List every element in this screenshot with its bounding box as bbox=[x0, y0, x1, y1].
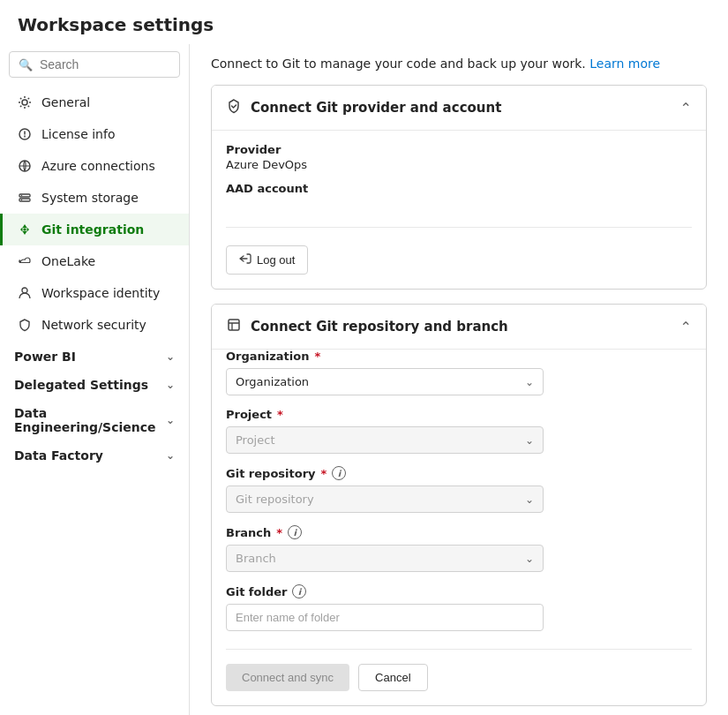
chevron-down-icon: ⌄ bbox=[166, 449, 175, 462]
aad-label: AAD account bbox=[226, 182, 692, 195]
svg-rect-6 bbox=[24, 229, 26, 231]
project-label: Project * bbox=[226, 408, 692, 421]
svg-rect-8 bbox=[229, 320, 239, 330]
card-title-provider: Connect Git provider and account bbox=[251, 100, 501, 116]
svg-point-4 bbox=[21, 195, 22, 196]
sidebar-item-system-storage[interactable]: System storage bbox=[0, 182, 189, 214]
provider-value: Azure DevOps bbox=[226, 158, 692, 171]
info-icon-branch[interactable]: i bbox=[288, 525, 302, 539]
svg-point-5 bbox=[21, 199, 22, 200]
logout-icon bbox=[239, 252, 251, 267]
chevron-down-icon: ⌄ bbox=[166, 414, 175, 426]
sidebar-item-git-integration[interactable]: Git integration bbox=[0, 214, 189, 245]
git-folder-label: Git folder i bbox=[226, 584, 692, 598]
storage-icon bbox=[17, 190, 33, 206]
required-star: * bbox=[277, 408, 283, 421]
chevron-down-icon: ⌄ bbox=[525, 553, 534, 565]
main-content: Connect to Git to manage your code and b… bbox=[190, 44, 728, 715]
git-folder-input[interactable] bbox=[226, 604, 544, 631]
sidebar-item-network-security[interactable]: Network security bbox=[0, 309, 189, 341]
sidebar-item-workspace-identity[interactable]: Workspace identity bbox=[0, 277, 189, 309]
git-repository-card: Connect Git repository and branch ⌃ Orga… bbox=[211, 304, 707, 706]
group-label: Data Engineering/Science bbox=[14, 406, 166, 434]
card-body-provider: Provider Azure DevOps AAD account Log ou… bbox=[212, 130, 706, 289]
search-icon: 🔍 bbox=[19, 58, 33, 72]
license-icon bbox=[17, 126, 33, 142]
sidebar-item-label: Azure connections bbox=[41, 159, 155, 173]
sidebar: 🔍 General License info Azure conne bbox=[0, 44, 190, 715]
required-star: * bbox=[321, 467, 327, 480]
organization-select[interactable]: Organization ⌄ bbox=[226, 368, 544, 395]
git-provider-card: Connect Git provider and account ⌃ Provi… bbox=[211, 85, 707, 290]
group-label: Delegated Settings bbox=[14, 378, 148, 392]
svg-rect-3 bbox=[19, 199, 30, 201]
info-icon-git-folder[interactable]: i bbox=[292, 584, 306, 598]
chevron-up-icon[interactable]: ⌃ bbox=[680, 319, 692, 335]
svg-point-0 bbox=[22, 100, 27, 105]
project-select[interactable]: Project ⌄ bbox=[226, 426, 544, 454]
git-repository-select[interactable]: Git repository ⌄ bbox=[226, 485, 544, 513]
project-row: Project * Project ⌄ bbox=[226, 408, 692, 454]
sidebar-group-data-factory[interactable]: Data Factory ⌄ bbox=[0, 440, 189, 468]
security-icon bbox=[17, 317, 33, 333]
git-repository-row: Git repository * i Git repository ⌄ bbox=[226, 466, 692, 513]
sidebar-item-label: System storage bbox=[41, 191, 139, 205]
connect-sync-button[interactable]: Connect and sync bbox=[226, 664, 349, 691]
sidebar-item-label: OneLake bbox=[41, 254, 95, 268]
git-folder-row: Git folder i bbox=[226, 584, 692, 631]
info-icon-git-repo[interactable]: i bbox=[332, 466, 346, 480]
sidebar-group-power-bi[interactable]: Power BI ⌄ bbox=[0, 341, 189, 369]
git-provider-icon bbox=[226, 98, 242, 117]
sidebar-item-onelake[interactable]: OneLake bbox=[0, 245, 189, 277]
general-icon bbox=[17, 94, 33, 110]
azure-icon bbox=[17, 158, 33, 174]
svg-point-7 bbox=[22, 288, 27, 293]
card-header-repository: Connect Git repository and branch ⌃ bbox=[212, 305, 706, 349]
learn-more-link[interactable]: Learn more bbox=[589, 56, 660, 71]
git-repo-label: Git repository * i bbox=[226, 466, 692, 480]
sidebar-item-general[interactable]: General bbox=[0, 87, 189, 118]
aad-value bbox=[226, 197, 692, 213]
sidebar-item-azure-connections[interactable]: Azure connections bbox=[0, 150, 189, 182]
sidebar-item-label: Workspace identity bbox=[41, 286, 160, 300]
sidebar-item-license-info[interactable]: License info bbox=[0, 118, 189, 150]
provider-label: Provider bbox=[226, 143, 692, 156]
repo-icon bbox=[226, 317, 242, 336]
chevron-up-icon[interactable]: ⌃ bbox=[680, 100, 692, 117]
page-title: Workspace settings bbox=[0, 0, 728, 44]
search-input[interactable] bbox=[40, 57, 170, 72]
onelake-icon bbox=[17, 253, 33, 269]
content-subtitle: Connect to Git to manage your code and b… bbox=[211, 44, 707, 85]
chevron-down-icon: ⌄ bbox=[166, 379, 175, 391]
group-label: Data Factory bbox=[14, 448, 103, 463]
organization-row: Organization * Organization ⌄ bbox=[226, 350, 692, 395]
group-label: Power BI bbox=[14, 350, 76, 364]
git-icon bbox=[17, 222, 33, 237]
chevron-down-icon: ⌄ bbox=[525, 376, 534, 388]
sidebar-item-label: General bbox=[41, 95, 90, 109]
sidebar-item-label: Network security bbox=[41, 318, 146, 332]
identity-icon bbox=[17, 285, 33, 301]
svg-rect-2 bbox=[19, 194, 30, 197]
sidebar-item-label: Git integration bbox=[41, 222, 144, 237]
search-box[interactable]: 🔍 bbox=[9, 51, 180, 78]
branch-label: Branch * i bbox=[226, 525, 692, 539]
chevron-down-icon: ⌄ bbox=[166, 350, 175, 363]
chevron-down-icon: ⌄ bbox=[525, 434, 534, 447]
required-star: * bbox=[314, 350, 320, 363]
branch-row: Branch * i Branch ⌄ bbox=[226, 525, 692, 572]
card-header-provider: Connect Git provider and account ⌃ bbox=[212, 86, 706, 130]
cancel-button[interactable]: Cancel bbox=[358, 664, 427, 691]
required-star: * bbox=[276, 526, 282, 539]
sidebar-group-data-engineering[interactable]: Data Engineering/Science ⌄ bbox=[0, 397, 189, 440]
card-title-repository: Connect Git repository and branch bbox=[251, 319, 508, 335]
logout-button[interactable]: Log out bbox=[226, 245, 308, 275]
organization-label: Organization * bbox=[226, 350, 692, 363]
card-body-repository: Organization * Organization ⌄ Project * bbox=[212, 349, 706, 705]
chevron-down-icon: ⌄ bbox=[525, 493, 534, 506]
sidebar-item-label: License info bbox=[41, 127, 116, 141]
branch-select[interactable]: Branch ⌄ bbox=[226, 545, 544, 572]
action-buttons: Connect and sync Cancel bbox=[226, 649, 692, 691]
sidebar-group-delegated-settings[interactable]: Delegated Settings ⌄ bbox=[0, 369, 189, 397]
